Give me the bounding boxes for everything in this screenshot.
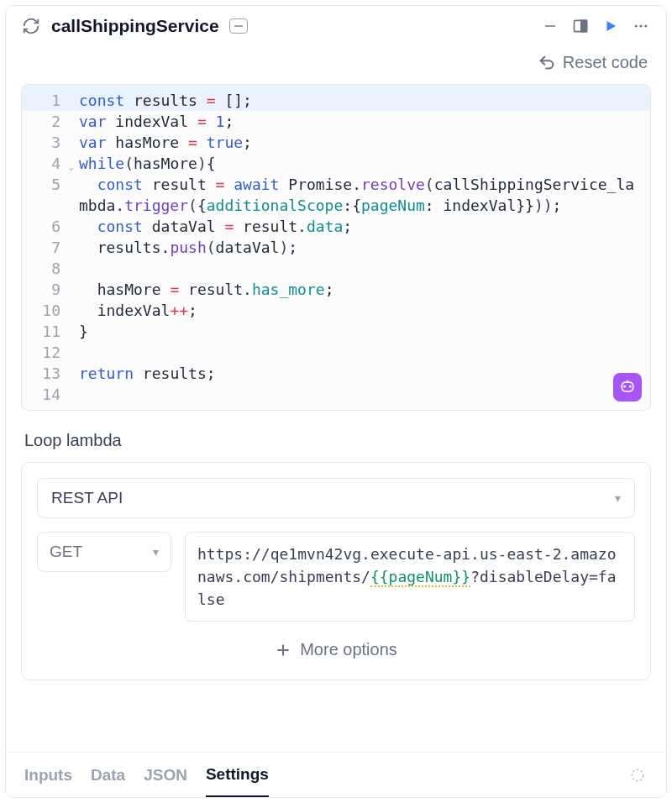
svg-point-11 bbox=[632, 769, 643, 780]
code-line[interactable]: 4⌄while(hasMore){ bbox=[22, 153, 650, 174]
code-content[interactable]: const dataVal = result.data; bbox=[69, 216, 650, 237]
code-line[interactable]: 1const results = []; bbox=[22, 85, 650, 111]
rename-icon[interactable] bbox=[229, 18, 248, 34]
code-content[interactable]: } bbox=[69, 321, 650, 342]
resource-value: REST API bbox=[51, 489, 123, 507]
code-line[interactable]: 2var indexVal = 1; bbox=[22, 111, 650, 132]
line-number: 2 bbox=[22, 111, 69, 132]
line-number: 4⌄ bbox=[22, 153, 69, 174]
code-line[interactable]: 10 indexVal++; bbox=[22, 300, 650, 321]
tab-data[interactable]: Data bbox=[91, 753, 125, 797]
line-number: 14 bbox=[22, 384, 69, 405]
more-menu-icon[interactable] bbox=[631, 16, 651, 36]
chevron-down-icon: ▾ bbox=[153, 545, 159, 559]
svg-rect-10 bbox=[627, 381, 628, 383]
code-content[interactable]: indexVal++; bbox=[69, 300, 650, 321]
run-icon[interactable] bbox=[601, 16, 621, 36]
code-content[interactable]: const results = []; bbox=[69, 90, 650, 111]
svg-point-4 bbox=[635, 25, 638, 28]
tab-inputs[interactable]: Inputs bbox=[24, 753, 72, 797]
more-options-label: More options bbox=[300, 640, 397, 659]
code-content[interactable]: return results; bbox=[69, 363, 650, 384]
line-number: 6 bbox=[22, 216, 69, 237]
fold-icon[interactable]: ⌄ bbox=[68, 156, 74, 177]
svg-point-5 bbox=[640, 25, 643, 28]
reset-row: Reset code bbox=[6, 46, 666, 84]
code-content[interactable]: const result = await Promise.resolve(cal… bbox=[69, 174, 650, 216]
code-line[interactable]: 5 const result = await Promise.resolve(c… bbox=[22, 174, 650, 216]
code-line[interactable]: 12 bbox=[22, 342, 650, 363]
svg-rect-3 bbox=[581, 20, 587, 31]
line-number: 7 bbox=[22, 237, 69, 258]
schema-icon[interactable] bbox=[627, 765, 648, 785]
resource-select[interactable]: REST API ▾ bbox=[37, 478, 635, 518]
line-number: 12 bbox=[22, 342, 69, 363]
code-line[interactable]: 14 bbox=[22, 384, 650, 410]
code-line[interactable]: 7 results.push(dataVal); bbox=[22, 237, 650, 258]
more-options-button[interactable]: More options bbox=[37, 622, 635, 664]
code-content[interactable]: var indexVal = 1; bbox=[69, 111, 650, 132]
panel-layout-icon[interactable] bbox=[570, 16, 591, 36]
svg-point-7 bbox=[623, 386, 626, 388]
query-title[interactable]: callShippingService bbox=[51, 16, 219, 36]
code-content[interactable] bbox=[69, 342, 650, 363]
svg-point-8 bbox=[629, 386, 632, 388]
code-line[interactable]: 13return results; bbox=[22, 363, 650, 384]
code-content[interactable] bbox=[69, 384, 650, 405]
bottom-tabs: InputsDataJSONSettings bbox=[6, 752, 666, 797]
code-line[interactable]: 6 const dataVal = result.data; bbox=[22, 216, 650, 237]
svg-rect-0 bbox=[234, 25, 243, 27]
tab-settings[interactable]: Settings bbox=[206, 753, 269, 797]
http-method-value: GET bbox=[50, 543, 82, 561]
line-number: 3 bbox=[22, 132, 69, 153]
ai-assist-icon[interactable] bbox=[613, 373, 642, 402]
panel-header: callShippingService bbox=[6, 6, 666, 46]
minimize-icon[interactable] bbox=[540, 16, 560, 36]
code-content[interactable]: while(hasMore){ bbox=[69, 153, 650, 174]
http-method-select[interactable]: GET ▾ bbox=[37, 532, 171, 572]
loop-lambda-label: Loop lambda bbox=[6, 411, 666, 462]
line-number: 8 bbox=[22, 258, 69, 279]
code-content[interactable] bbox=[69, 258, 650, 279]
code-editor[interactable]: 1const results = [];2var indexVal = 1;3v… bbox=[21, 84, 651, 411]
line-number: 13 bbox=[22, 363, 69, 384]
code-content[interactable]: results.push(dataVal); bbox=[69, 237, 650, 258]
code-line[interactable]: 8 bbox=[22, 258, 650, 279]
chevron-down-icon: ▾ bbox=[615, 491, 621, 505]
url-input[interactable]: https://qe1mvn42vg.execute-api.us-east-2… bbox=[185, 532, 635, 622]
lambda-config: REST API ▾ GET ▾ https://qe1mvn42vg.exec… bbox=[21, 462, 651, 680]
code-content[interactable]: hasMore = result.has_more; bbox=[69, 279, 650, 300]
line-number: 11 bbox=[22, 321, 69, 342]
svg-rect-9 bbox=[622, 382, 633, 391]
code-line[interactable]: 9 hasMore = result.has_more; bbox=[22, 279, 650, 300]
line-number: 1 bbox=[22, 90, 69, 111]
line-number: 10 bbox=[22, 300, 69, 321]
query-panel: callShippingService Reset code 1const re… bbox=[5, 5, 667, 798]
code-line[interactable]: 3var hasMore = true; bbox=[22, 132, 650, 153]
url-template-var: {{pageNum}} bbox=[370, 568, 470, 587]
code-content[interactable]: var hasMore = true; bbox=[69, 132, 650, 153]
reset-code-button[interactable]: Reset code bbox=[538, 53, 648, 72]
line-number: 5 bbox=[22, 174, 69, 216]
request-row: GET ▾ https://qe1mvn42vg.execute-api.us-… bbox=[37, 532, 635, 622]
code-line[interactable]: 11} bbox=[22, 321, 650, 342]
svg-point-6 bbox=[644, 25, 647, 28]
tab-json[interactable]: JSON bbox=[144, 753, 187, 797]
reset-code-label: Reset code bbox=[563, 53, 648, 72]
query-type-icon bbox=[21, 16, 41, 36]
line-number: 9 bbox=[22, 279, 69, 300]
svg-rect-1 bbox=[545, 25, 555, 27]
